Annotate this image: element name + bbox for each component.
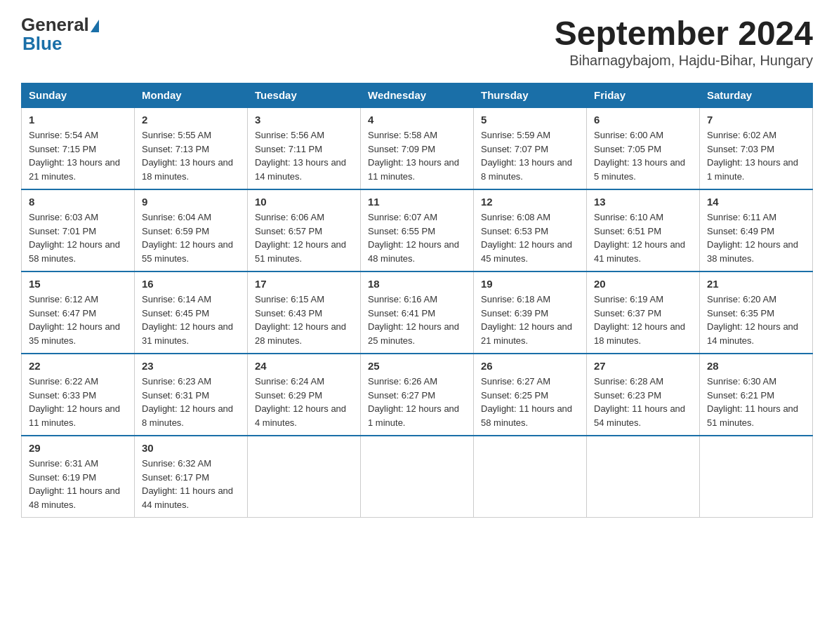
day-number: 8: [29, 196, 127, 208]
calendar-cell: 28Sunrise: 6:30 AMSunset: 6:21 PMDayligh…: [700, 354, 813, 436]
day-number: 16: [142, 278, 240, 290]
sun-info: Sunrise: 6:06 AMSunset: 6:57 PMDaylight:…: [255, 210, 353, 265]
calendar-cell: 13Sunrise: 6:10 AMSunset: 6:51 PMDayligh…: [587, 189, 700, 271]
day-number: 13: [594, 196, 692, 208]
calendar-cell: 14Sunrise: 6:11 AMSunset: 6:49 PMDayligh…: [700, 189, 813, 271]
calendar-cell: 19Sunrise: 6:18 AMSunset: 6:39 PMDayligh…: [474, 271, 587, 354]
logo-triangle-icon: [91, 20, 99, 32]
calendar-cell: 30Sunrise: 6:32 AMSunset: 6:17 PMDayligh…: [135, 436, 248, 518]
calendar-cell: [587, 436, 700, 518]
sun-info: Sunrise: 6:30 AMSunset: 6:21 PMDaylight:…: [707, 375, 805, 429]
sun-info: Sunrise: 5:54 AMSunset: 7:15 PMDaylight:…: [29, 128, 127, 183]
calendar-cell: 20Sunrise: 6:19 AMSunset: 6:37 PMDayligh…: [587, 271, 700, 354]
day-number: 20: [594, 278, 692, 290]
calendar-cell: [248, 436, 361, 518]
sun-info: Sunrise: 6:07 AMSunset: 6:55 PMDaylight:…: [368, 210, 466, 265]
month-title: September 2024: [555, 14, 813, 53]
day-number: 17: [255, 278, 353, 290]
day-number: 4: [368, 114, 466, 126]
sun-info: Sunrise: 6:16 AMSunset: 6:41 PMDaylight:…: [368, 293, 466, 347]
calendar-cell: 5Sunrise: 5:59 AMSunset: 7:07 PMDaylight…: [474, 107, 587, 189]
calendar-cell: 15Sunrise: 6:12 AMSunset: 6:47 PMDayligh…: [22, 271, 135, 354]
day-number: 29: [29, 442, 127, 454]
calendar-cell: 8Sunrise: 6:03 AMSunset: 7:01 PMDaylight…: [22, 189, 135, 271]
sun-info: Sunrise: 6:00 AMSunset: 7:05 PMDaylight:…: [594, 128, 692, 183]
page-header: General Blue September 2024 Biharnagybaj…: [21, 14, 813, 69]
col-header-tuesday: Tuesday: [248, 83, 361, 108]
col-header-monday: Monday: [135, 83, 248, 108]
sun-info: Sunrise: 6:28 AMSunset: 6:23 PMDaylight:…: [594, 375, 692, 429]
sun-info: Sunrise: 6:26 AMSunset: 6:27 PMDaylight:…: [368, 375, 466, 429]
sun-info: Sunrise: 6:22 AMSunset: 6:33 PMDaylight:…: [29, 375, 127, 429]
calendar-cell: 1Sunrise: 5:54 AMSunset: 7:15 PMDaylight…: [22, 107, 135, 189]
day-number: 25: [368, 360, 466, 372]
day-number: 14: [707, 196, 805, 208]
col-header-sunday: Sunday: [22, 83, 135, 108]
day-number: 30: [142, 442, 240, 454]
calendar-cell: 9Sunrise: 6:04 AMSunset: 6:59 PMDaylight…: [135, 189, 248, 271]
title-block: September 2024 Biharnagybajom, Hajdu-Bih…: [555, 14, 813, 69]
calendar-cell: 25Sunrise: 6:26 AMSunset: 6:27 PMDayligh…: [361, 354, 474, 436]
sun-info: Sunrise: 5:59 AMSunset: 7:07 PMDaylight:…: [481, 128, 579, 183]
calendar-cell: 24Sunrise: 6:24 AMSunset: 6:29 PMDayligh…: [248, 354, 361, 436]
calendar-cell: 2Sunrise: 5:55 AMSunset: 7:13 PMDaylight…: [135, 107, 248, 189]
calendar-table: SundayMondayTuesdayWednesdayThursdayFrid…: [21, 83, 813, 518]
calendar-cell: 10Sunrise: 6:06 AMSunset: 6:57 PMDayligh…: [248, 189, 361, 271]
logo-blue-text: Blue: [22, 33, 62, 55]
calendar-cell: 21Sunrise: 6:20 AMSunset: 6:35 PMDayligh…: [700, 271, 813, 354]
day-number: 12: [481, 196, 579, 208]
sun-info: Sunrise: 6:08 AMSunset: 6:53 PMDaylight:…: [481, 210, 579, 265]
sun-info: Sunrise: 6:18 AMSunset: 6:39 PMDaylight:…: [481, 293, 579, 347]
sun-info: Sunrise: 5:55 AMSunset: 7:13 PMDaylight:…: [142, 128, 240, 183]
calendar-cell: 3Sunrise: 5:56 AMSunset: 7:11 PMDaylight…: [248, 107, 361, 189]
sun-info: Sunrise: 5:58 AMSunset: 7:09 PMDaylight:…: [368, 128, 466, 183]
sun-info: Sunrise: 6:02 AMSunset: 7:03 PMDaylight:…: [707, 128, 805, 183]
day-number: 27: [594, 360, 692, 372]
calendar-cell: [474, 436, 587, 518]
day-number: 15: [29, 278, 127, 290]
sun-info: Sunrise: 6:32 AMSunset: 6:17 PMDaylight:…: [142, 457, 240, 511]
calendar-cell: 12Sunrise: 6:08 AMSunset: 6:53 PMDayligh…: [474, 189, 587, 271]
day-number: 5: [481, 114, 579, 126]
day-number: 6: [594, 114, 692, 126]
day-number: 24: [255, 360, 353, 372]
day-number: 9: [142, 196, 240, 208]
day-number: 28: [707, 360, 805, 372]
day-number: 26: [481, 360, 579, 372]
day-number: 1: [29, 114, 127, 126]
day-number: 7: [707, 114, 805, 126]
calendar-cell: 22Sunrise: 6:22 AMSunset: 6:33 PMDayligh…: [22, 354, 135, 436]
sun-info: Sunrise: 6:14 AMSunset: 6:45 PMDaylight:…: [142, 293, 240, 347]
sun-info: Sunrise: 6:11 AMSunset: 6:49 PMDaylight:…: [707, 210, 805, 265]
calendar-cell: [361, 436, 474, 518]
sun-info: Sunrise: 6:19 AMSunset: 6:37 PMDaylight:…: [594, 293, 692, 347]
sun-info: Sunrise: 6:23 AMSunset: 6:31 PMDaylight:…: [142, 375, 240, 429]
col-header-saturday: Saturday: [700, 83, 813, 108]
calendar-cell: 26Sunrise: 6:27 AMSunset: 6:25 PMDayligh…: [474, 354, 587, 436]
calendar-cell: 17Sunrise: 6:15 AMSunset: 6:43 PMDayligh…: [248, 271, 361, 354]
day-number: 2: [142, 114, 240, 126]
sun-info: Sunrise: 6:12 AMSunset: 6:47 PMDaylight:…: [29, 293, 127, 347]
calendar-cell: 16Sunrise: 6:14 AMSunset: 6:45 PMDayligh…: [135, 271, 248, 354]
location-title: Biharnagybajom, Hajdu-Bihar, Hungary: [555, 53, 813, 69]
calendar-cell: 23Sunrise: 6:23 AMSunset: 6:31 PMDayligh…: [135, 354, 248, 436]
sun-info: Sunrise: 6:27 AMSunset: 6:25 PMDaylight:…: [481, 375, 579, 429]
col-header-friday: Friday: [587, 83, 700, 108]
day-number: 22: [29, 360, 127, 372]
sun-info: Sunrise: 6:03 AMSunset: 7:01 PMDaylight:…: [29, 210, 127, 265]
day-number: 23: [142, 360, 240, 372]
sun-info: Sunrise: 6:04 AMSunset: 6:59 PMDaylight:…: [142, 210, 240, 265]
day-number: 18: [368, 278, 466, 290]
col-header-wednesday: Wednesday: [361, 83, 474, 108]
sun-info: Sunrise: 6:20 AMSunset: 6:35 PMDaylight:…: [707, 293, 805, 347]
calendar-cell: 18Sunrise: 6:16 AMSunset: 6:41 PMDayligh…: [361, 271, 474, 354]
sun-info: Sunrise: 6:31 AMSunset: 6:19 PMDaylight:…: [29, 457, 127, 511]
day-number: 19: [481, 278, 579, 290]
day-number: 3: [255, 114, 353, 126]
sun-info: Sunrise: 6:24 AMSunset: 6:29 PMDaylight:…: [255, 375, 353, 429]
sun-info: Sunrise: 5:56 AMSunset: 7:11 PMDaylight:…: [255, 128, 353, 183]
calendar-cell: [700, 436, 813, 518]
col-header-thursday: Thursday: [474, 83, 587, 108]
logo: General Blue: [21, 14, 99, 55]
calendar-cell: 29Sunrise: 6:31 AMSunset: 6:19 PMDayligh…: [22, 436, 135, 518]
